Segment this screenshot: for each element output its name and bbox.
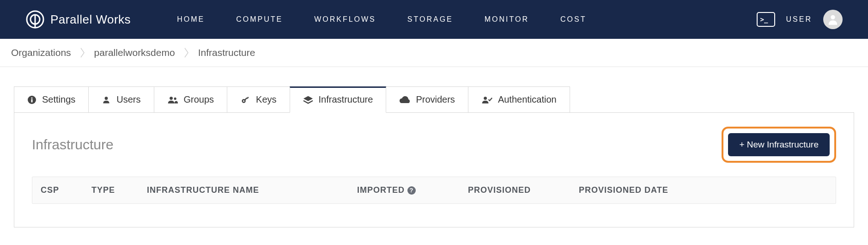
tab-users[interactable]: Users xyxy=(88,86,154,112)
header-right: >_ USER xyxy=(757,10,843,29)
tab-groups[interactable]: Groups xyxy=(154,86,228,112)
logo-text: Parallel Works xyxy=(50,12,131,27)
terminal-icon[interactable]: >_ xyxy=(757,12,775,27)
main-nav: HOME COMPUTE WORKFLOWS STORAGE MONITOR C… xyxy=(177,15,586,24)
cloud-icon xyxy=(399,96,410,104)
users-icon xyxy=(167,95,178,104)
avatar[interactable] xyxy=(823,10,843,29)
tab-label: Infrastructure xyxy=(319,94,373,105)
th-name: INFRASTRUCTURE NAME xyxy=(147,185,339,195)
svg-point-8 xyxy=(170,97,173,100)
highlight-ring: + New Infrastructure xyxy=(722,127,836,163)
table: CSP TYPE INFRASTRUCTURE NAME IMPORTED ? … xyxy=(32,177,836,204)
breadcrumb-section[interactable]: Infrastructure xyxy=(198,47,255,58)
new-infrastructure-button[interactable]: + New Infrastructure xyxy=(728,133,830,156)
breadcrumb-organizations[interactable]: Organizations xyxy=(11,47,71,58)
th-provisioned: PROVISIONED xyxy=(468,185,560,195)
table-header-row: CSP TYPE INFRASTRUCTURE NAME IMPORTED ? … xyxy=(32,177,836,203)
th-imported: IMPORTED ? xyxy=(357,185,449,195)
tab-settings[interactable]: Settings xyxy=(14,86,89,112)
panel-title: Infrastructure xyxy=(32,137,114,153)
tab-label: Keys xyxy=(256,94,276,105)
tab-label: Authentication xyxy=(498,94,557,105)
svg-point-14 xyxy=(484,97,487,100)
tab-label: Users xyxy=(116,94,140,105)
tab-providers[interactable]: Providers xyxy=(386,86,468,112)
nav-compute[interactable]: COMPUTE xyxy=(236,15,283,24)
th-provisioned-date: PROVISIONED DATE xyxy=(579,185,827,195)
help-icon[interactable]: ? xyxy=(407,186,416,195)
tab-label: Groups xyxy=(184,94,214,105)
tab-infrastructure[interactable]: Infrastructure xyxy=(290,86,387,113)
nav-cost[interactable]: COST xyxy=(560,15,586,24)
svg-point-9 xyxy=(174,97,176,99)
user-check-icon xyxy=(481,95,492,104)
chevron-right-icon xyxy=(184,47,189,58)
layers-icon xyxy=(303,95,313,104)
chevron-right-icon xyxy=(80,47,85,58)
app-header: Parallel Works HOME COMPUTE WORKFLOWS ST… xyxy=(0,0,868,39)
nav-home[interactable]: HOME xyxy=(177,15,205,24)
avatar-icon xyxy=(826,13,839,26)
logo[interactable]: Parallel Works xyxy=(25,10,131,29)
th-csp: CSP xyxy=(41,185,73,195)
th-type: TYPE xyxy=(91,185,128,195)
svg-point-3 xyxy=(831,15,835,19)
nav-storage[interactable]: STORAGE xyxy=(407,15,453,24)
tab-authentication[interactable]: Authentication xyxy=(468,86,570,112)
nav-monitor[interactable]: MONITOR xyxy=(485,15,529,24)
user-icon xyxy=(102,95,111,104)
breadcrumb-org-name[interactable]: parallelworksdemo xyxy=(94,47,175,58)
content: Settings Users Groups Keys xyxy=(0,67,868,245)
tab-label: Settings xyxy=(42,94,75,105)
user-label: USER xyxy=(786,15,812,24)
panel: Infrastructure + New Infrastructure CSP … xyxy=(14,113,854,227)
svg-point-7 xyxy=(105,97,108,100)
tab-label: Providers xyxy=(416,94,455,105)
logo-icon xyxy=(25,10,45,29)
key-icon xyxy=(240,95,250,104)
nav-workflows[interactable]: WORKFLOWS xyxy=(314,15,376,24)
breadcrumb: Organizations parallelworksdemo Infrastr… xyxy=(0,39,868,67)
panel-header: Infrastructure + New Infrastructure xyxy=(32,127,836,163)
tabs: Settings Users Groups Keys xyxy=(14,86,854,113)
svg-rect-6 xyxy=(31,99,33,102)
tab-keys[interactable]: Keys xyxy=(227,86,290,112)
svg-point-5 xyxy=(31,97,33,98)
info-icon xyxy=(27,95,36,104)
